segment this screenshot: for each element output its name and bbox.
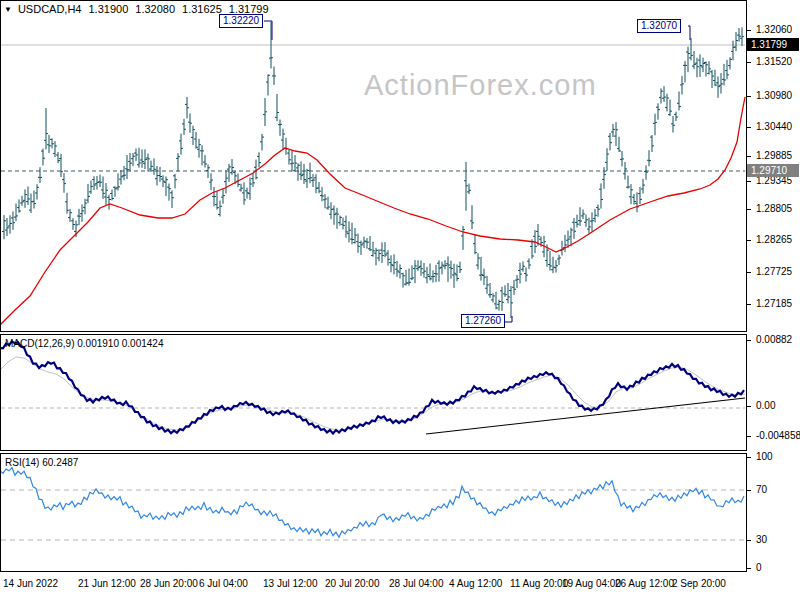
- rsi-chart-canvas[interactable]: [1, 454, 746, 571]
- time-label-19-Aug-04-00: 19 Aug 04:00: [562, 578, 621, 589]
- price-tick-1.32060-tickmark: [746, 30, 751, 31]
- price-tick-1.31520-tickmark: [746, 62, 751, 63]
- rsi-tick-30-tickmark: [746, 540, 751, 541]
- chart-window: ActionForex.com ▼USDCAD,H41.319001.32080…: [0, 0, 800, 600]
- price-tick-1.28805-tickmark: [746, 209, 751, 210]
- symbol-timeframe: USDCAD,H4: [18, 3, 82, 15]
- time-label-28-Jul-04-00: 28 Jul 04:00: [389, 578, 444, 589]
- level-price-box: 1.29710: [747, 164, 799, 177]
- time-label-20-Jul-20-00: 20 Jul 20:00: [325, 578, 380, 589]
- macd-tick-0.00-tickmark: [746, 406, 751, 407]
- price-pane[interactable]: ActionForex.com: [0, 0, 747, 332]
- macd-tick-0.00-label: 0.00: [756, 400, 775, 411]
- price-tick-1.30980-label: 1.30980: [756, 90, 792, 101]
- macd-tick--0.004858-tickmark: [746, 436, 751, 437]
- low-price-label-1-27260[interactable]: 1.27260: [461, 314, 505, 328]
- rsi-tick-70-label: 70: [756, 484, 767, 495]
- macd-tick-0.00882-tickmark: [746, 340, 751, 341]
- ohlc-open: 1.31900: [89, 3, 129, 15]
- current-price-box: 1.31799: [747, 38, 799, 51]
- macd-pane[interactable]: MACD(12,26,9) 0.001910 0.001424: [0, 334, 747, 451]
- price-tick-1.27185-label: 1.27185: [756, 298, 792, 309]
- time-label-14-Jun-2022: 14 Jun 2022: [3, 578, 58, 589]
- rsi-tick-70-tickmark: [746, 490, 751, 491]
- time-label-13-Jul-12-00: 13 Jul 12:00: [263, 578, 318, 589]
- time-label-28-Jun-20-00: 28 Jun 20:00: [140, 578, 198, 589]
- time-label-2-Sep-20-00: 2 Sep 20:00: [672, 578, 726, 589]
- price-tick-1.29885-label: 1.29885: [756, 150, 792, 161]
- time-label-4-Aug-12-00: 4 Aug 12:00: [449, 578, 502, 589]
- macd-chart-canvas[interactable]: [1, 335, 746, 450]
- time-label-26-Aug-12-00: 26 Aug 12:00: [615, 578, 674, 589]
- high-price-label-1-32220[interactable]: 1.32220: [219, 14, 263, 28]
- rsi-tick-30-label: 30: [756, 534, 767, 545]
- price-tick-1.28805-label: 1.28805: [756, 203, 792, 214]
- price-tick-1.28265-label: 1.28265: [756, 234, 792, 245]
- price-tick-1.30440-tickmark: [746, 127, 751, 128]
- ohlc-high: 1.32080: [135, 3, 175, 15]
- price-tick-1.30440-label: 1.30440: [756, 121, 792, 132]
- rsi-tick-0-label: 0: [756, 562, 762, 573]
- ohlc-low: 1.31625: [182, 3, 222, 15]
- macd-indicator-label: MACD(12,26,9) 0.001910 0.001424: [5, 338, 163, 349]
- price-tick-1.29345-tickmark: [746, 181, 751, 182]
- time-label-11-Aug-20-00: 11 Aug 20:00: [510, 578, 568, 589]
- rsi-tick-0-tickmark: [746, 568, 751, 569]
- price-tick-1.27185-tickmark: [746, 304, 751, 305]
- price-tick-1.27725-tickmark: [746, 272, 751, 273]
- rsi-tick-100-tickmark: [746, 457, 751, 458]
- macd-tick--0.004858-label: -0.004858: [756, 430, 800, 441]
- price-tick-1.30980-tickmark: [746, 96, 751, 97]
- price-tick-1.32060-label: 1.32060: [756, 24, 792, 35]
- rsi-pane[interactable]: RSI(14) 60.2487: [0, 453, 747, 572]
- chevron-down-icon[interactable]: ▼: [4, 5, 12, 14]
- time-label-6-Jul-04-00: 6 Jul 04:00: [199, 578, 248, 589]
- price-tick-1.29885-tickmark: [746, 156, 751, 157]
- price-tick-1.31520-label: 1.31520: [756, 56, 792, 67]
- time-label-21-Jun-12-00: 21 Jun 12:00: [78, 578, 136, 589]
- high-price-label-1-32070[interactable]: 1.32070: [637, 19, 681, 33]
- watermark: ActionForex.com: [364, 69, 597, 102]
- price-tick-1.27725-label: 1.27725: [756, 266, 792, 277]
- rsi-tick-100-label: 100: [756, 451, 773, 462]
- price-tick-1.28265-tickmark: [746, 240, 751, 241]
- macd-tick-0.00882-label: 0.00882: [756, 334, 792, 345]
- rsi-indicator-label: RSI(14) 60.2487: [5, 457, 78, 468]
- price-chart-canvas[interactable]: [1, 1, 746, 331]
